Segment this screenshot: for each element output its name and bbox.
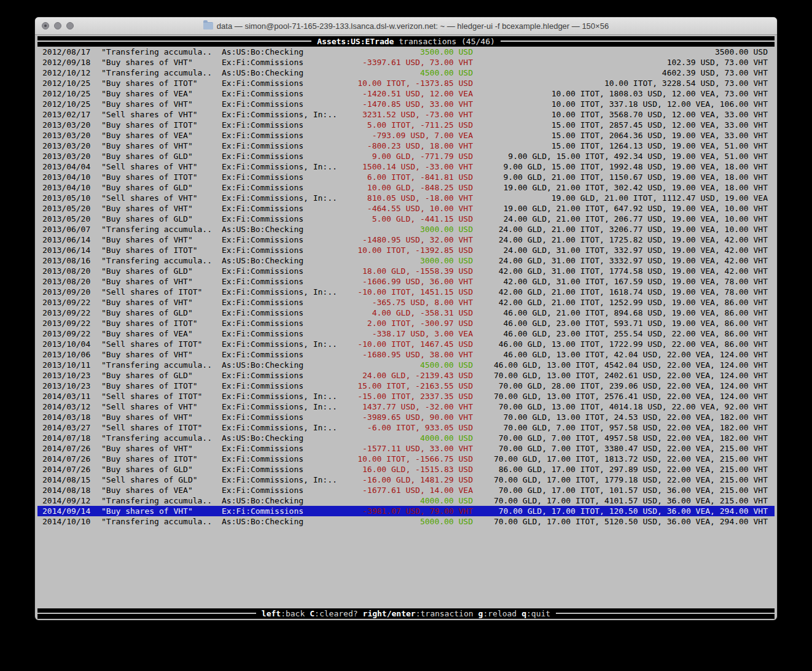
transaction-amount: -3989.65 USD, 90.00 VHT (345, 412, 473, 422)
transaction-other-accounts: Ex:Fi:Commissions, In:.. (222, 193, 345, 203)
transaction-description: "Buy shares of VEA" (101, 130, 222, 141)
transaction-row[interactable]: 2014/03/18 "Buy shares of VHT" Ex:Fi:Com… (37, 412, 775, 422)
transaction-balance: 70.00 GLD, 17.00 ITOT, 1779.18 USD, 22.0… (473, 475, 775, 485)
key-left: left (262, 609, 281, 618)
transaction-row[interactable]: 2013/06/07 "Transfering accumula.. As:US… (37, 224, 775, 235)
key-help-cleared: C:cleared? (310, 609, 357, 618)
transaction-other-accounts: Ex:Fi:Commissions (222, 381, 345, 391)
transaction-other-accounts: Ex:Fi:Commissions, In:.. (222, 339, 345, 349)
column-gap (96, 412, 101, 422)
transaction-row[interactable]: 2013/10/23 "Buy shares of ITOT" Ex:Fi:Co… (37, 381, 775, 391)
transaction-date: 2013/03/20 (42, 120, 96, 130)
transaction-list: 2012/08/17 "Transfering accumula.. As:US… (37, 47, 775, 527)
transaction-row[interactable]: 2014/09/12 "Transfering accumula.. As:US… (37, 495, 775, 506)
transaction-row[interactable]: 2014/08/15 "Sell shares of GLD" Ex:Fi:Co… (37, 475, 775, 485)
transaction-description: "Sell shares of VHT" (101, 193, 222, 203)
transaction-row[interactable]: 2013/06/14 "Buy shares of VHT" Ex:Fi:Com… (37, 235, 775, 245)
transaction-other-accounts: Ex:Fi:Commissions (222, 297, 345, 308)
transaction-date: 2013/06/14 (42, 235, 96, 245)
transaction-balance: 46.00 GLD, 13.00 ITOT, 42.04 USD, 22.00 … (473, 349, 775, 360)
transaction-other-accounts: Ex:Fi:Commissions, In:.. (222, 401, 345, 412)
terminal-content: Assets:US:ETrade transactions (45/46) 20… (35, 35, 777, 620)
transaction-row[interactable]: 2013/10/11 "Transfering accumula.. As:US… (37, 360, 775, 370)
transaction-row[interactable]: 2012/10/12 "Transfering accumula.. As:US… (37, 68, 775, 78)
transaction-amount: 4000.00 USD (345, 433, 473, 443)
transaction-row[interactable]: 2013/04/10 "Buy shares of ITOT" Ex:Fi:Co… (37, 172, 775, 182)
transaction-amount: -3397.61 USD, 73.00 VHT (345, 57, 473, 68)
transaction-row[interactable]: 2013/03/20 "Buy shares of ITOT" Ex:Fi:Co… (37, 120, 775, 130)
transaction-row[interactable]: 2012/08/17 "Transfering accumula.. As:US… (37, 47, 775, 57)
zoom-button-icon[interactable] (66, 22, 74, 29)
transaction-amount: 15.00 ITOT, -2163.55 USD (345, 381, 473, 391)
transaction-description: "Sell shares of ITOT" (101, 422, 222, 433)
column-gap (96, 130, 101, 141)
traffic-lights (42, 17, 74, 34)
transaction-row[interactable]: 2013/08/20 "Buy shares of VHT" Ex:Fi:Com… (37, 276, 775, 287)
transaction-balance: 86.00 GLD, 17.00 ITOT, 297.89 USD, 22.00… (473, 464, 775, 475)
transaction-row[interactable]: 2013/05/10 "Sell shares of VHT" Ex:Fi:Co… (37, 193, 775, 203)
transaction-row[interactable]: 2013/09/22 "Buy shares of VEA" Ex:Fi:Com… (37, 328, 775, 339)
transaction-row-selected[interactable]: 2014/09/14 "Buy shares of VHT" Ex:Fi:Com… (37, 506, 775, 516)
column-gap (96, 464, 101, 475)
register-header-bar: Assets:US:ETrade transactions (45/46) (37, 36, 775, 47)
transaction-row[interactable]: 2013/08/20 "Buy shares of GLD" Ex:Fi:Com… (37, 266, 775, 276)
status-help-bar: left:backC:cleared?right/enter:transacti… (37, 608, 775, 619)
transaction-row[interactable]: 2013/05/20 "Buy shares of GLD" Ex:Fi:Com… (37, 214, 775, 224)
transaction-row[interactable]: 2013/03/20 "Buy shares of VHT" Ex:Fi:Com… (37, 141, 775, 151)
transaction-row[interactable]: 2013/06/14 "Buy shares of ITOT" Ex:Fi:Co… (37, 245, 775, 255)
transaction-row[interactable]: 2014/03/27 "Sell shares of ITOT" Ex:Fi:C… (37, 422, 775, 433)
transaction-amount: 10.00 ITOT, -1373.85 USD (345, 78, 473, 88)
transaction-row[interactable]: 2013/09/22 "Buy shares of GLD" Ex:Fi:Com… (37, 308, 775, 318)
key-quit-desc: :quit (526, 609, 550, 618)
transaction-row[interactable]: 2013/02/17 "Sell shares of VHT" Ex:Fi:Co… (37, 109, 775, 120)
transaction-row[interactable]: 2012/10/25 "Buy shares of ITOT" Ex:Fi:Co… (37, 78, 775, 88)
transaction-row[interactable]: 2013/04/10 "Buy shares of GLD" Ex:Fi:Com… (37, 182, 775, 193)
transaction-row[interactable]: 2012/10/25 "Buy shares of VEA" Ex:Fi:Com… (37, 88, 775, 99)
key-help-reload: g:reload (478, 609, 517, 618)
transaction-row[interactable]: 2013/04/04 "Sell shares of VHT" Ex:Fi:Co… (37, 161, 775, 172)
transaction-row[interactable]: 2014/03/11 "Sell shares of ITOT" Ex:Fi:C… (37, 391, 775, 401)
transaction-row[interactable]: 2012/09/18 "Buy shares of VHT" Ex:Fi:Com… (37, 57, 775, 68)
transaction-balance: 70.00 GLD, 17.00 ITOT, 101.57 USD, 36.00… (473, 485, 775, 495)
transaction-row[interactable]: 2013/08/16 "Transfering accumula.. As:US… (37, 255, 775, 266)
transaction-balance: 9.00 GLD, 15.00 ITOT, 492.34 USD, 19.00 … (473, 151, 775, 161)
transaction-row[interactable]: 2013/09/20 "Sell shares of ITOT" Ex:Fi:C… (37, 287, 775, 297)
transaction-row[interactable]: 2014/07/26 "Buy shares of VHT" Ex:Fi:Com… (37, 443, 775, 454)
column-gap (96, 318, 101, 328)
title-bar[interactable]: data — simon@pool-71-165-239-133.lsanca.… (35, 17, 777, 35)
transaction-row[interactable]: 2013/10/23 "Buy shares of GLD" Ex:Fi:Com… (37, 370, 775, 381)
transaction-balance: 10.00 ITOT, 1808.03 USD, 12.00 VEA, 73.0… (473, 88, 775, 99)
minimize-button-icon[interactable] (54, 22, 61, 29)
transaction-balance: 24.00 GLD, 31.00 ITOT, 3332.97 USD, 19.0… (473, 255, 775, 266)
transaction-row[interactable]: 2014/07/26 "Buy shares of ITOT" Ex:Fi:Co… (37, 454, 775, 464)
transaction-row[interactable]: 2014/03/12 "Sell shares of VHT" Ex:Fi:Co… (37, 401, 775, 412)
column-gap (96, 214, 101, 224)
transaction-row[interactable]: 2013/09/22 "Buy shares of VHT" Ex:Fi:Com… (37, 297, 775, 308)
transaction-row[interactable]: 2013/03/20 "Buy shares of GLD" Ex:Fi:Com… (37, 151, 775, 161)
transaction-amount: -15.00 ITOT, 2337.35 USD (345, 391, 473, 401)
transaction-row[interactable]: 2013/09/22 "Buy shares of ITOT" Ex:Fi:Co… (37, 318, 775, 328)
folder-icon (203, 22, 213, 29)
transaction-row[interactable]: 2013/03/20 "Buy shares of VEA" Ex:Fi:Com… (37, 130, 775, 141)
transaction-date: 2012/10/25 (42, 99, 96, 109)
transaction-date: 2014/03/12 (42, 401, 96, 412)
transaction-other-accounts: Ex:Fi:Commissions (222, 464, 345, 475)
transaction-balance: 46.00 GLD, 13.00 ITOT, 1722.99 USD, 22.0… (473, 339, 775, 349)
transaction-row[interactable]: 2014/10/10 "Transfering accumula.. As:US… (37, 516, 775, 527)
transaction-row[interactable]: 2012/10/25 "Buy shares of VHT" Ex:Fi:Com… (37, 99, 775, 109)
transaction-other-accounts: Ex:Fi:Commissions, In:.. (222, 475, 345, 485)
column-gap (96, 224, 101, 235)
transaction-row[interactable]: 2014/07/26 "Buy shares of GLD" Ex:Fi:Com… (37, 464, 775, 475)
transaction-balance: 70.00 GLD, 7.00 ITOT, 4957.58 USD, 22.00… (473, 433, 775, 443)
transaction-balance: 42.00 GLD, 21.00 ITOT, 1618.74 USD, 19.0… (473, 287, 775, 297)
transaction-other-accounts: As:US:Bo:Checking (222, 495, 345, 506)
transaction-row[interactable]: 2014/07/18 "Transfering accumula.. As:US… (37, 433, 775, 443)
transaction-row[interactable]: 2013/10/06 "Buy shares of VHT" Ex:Fi:Com… (37, 349, 775, 360)
transaction-row[interactable]: 2014/08/18 "Buy shares of VEA" Ex:Fi:Com… (37, 485, 775, 495)
transaction-balance: 70.00 GLD, 17.00 ITOT, 120.50 USD, 36.00… (473, 506, 775, 516)
transaction-row[interactable]: 2013/05/20 "Buy shares of VHT" Ex:Fi:Com… (37, 203, 775, 214)
transaction-row[interactable]: 2013/10/04 "Sell shares of ITOT" Ex:Fi:C… (37, 339, 775, 349)
transaction-description: "Buy shares of VHT" (101, 297, 222, 308)
transaction-balance: 10.00 ITOT, 3228.54 USD, 73.00 VHT (473, 78, 775, 88)
close-button-icon[interactable] (42, 22, 49, 29)
